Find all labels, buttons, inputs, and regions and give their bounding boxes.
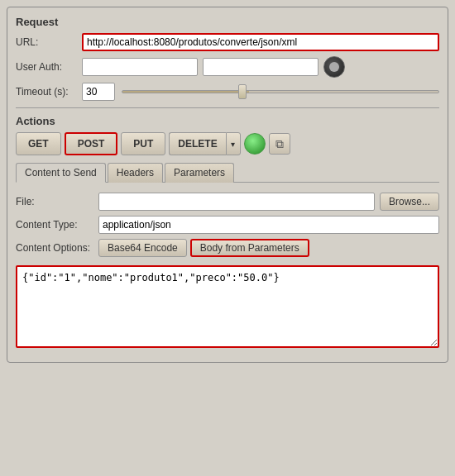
browse-button[interactable]: Browse...	[380, 193, 439, 211]
delete-dropdown-arrow[interactable]: ▾	[226, 132, 241, 155]
content-type-row: Content Type:	[16, 216, 439, 234]
main-panel: Request URL: User Auth: Timeout (s):	[7, 7, 448, 363]
get-button[interactable]: GET	[16, 132, 61, 155]
put-button[interactable]: PUT	[121, 132, 165, 155]
content-options-label: Content Options:	[16, 242, 98, 254]
actions-section-title: Actions	[16, 115, 439, 127]
section-divider	[16, 107, 439, 108]
content-type-label: Content Type:	[16, 219, 98, 231]
timeout-input[interactable]	[82, 83, 115, 101]
actions-section: Actions GET POST PUT DELETE ▾ ⧉ Content …	[16, 115, 439, 354]
body-textarea[interactable]: {"id":"1","nome":"produto1","preco":"50.…	[16, 265, 439, 348]
action-buttons-row: GET POST PUT DELETE ▾ ⧉	[16, 132, 439, 155]
content-options-row: Content Options: Base64 Encode Body from…	[16, 239, 439, 257]
slider-thumb[interactable]	[238, 84, 247, 99]
url-row: URL:	[16, 33, 439, 51]
timeout-slider-container	[122, 90, 439, 93]
body-from-parameters-button[interactable]: Body from Parameters	[190, 239, 309, 257]
url-input[interactable]	[82, 33, 439, 51]
status-indicator	[244, 133, 266, 155]
timeout-row: Timeout (s):	[16, 83, 439, 101]
file-row: File: Browse...	[16, 193, 439, 211]
delete-button-group: DELETE ▾	[169, 132, 240, 155]
auth-icon-inner	[329, 62, 339, 72]
toggle-button[interactable]: ⧉	[269, 133, 290, 155]
user-auth-label: User Auth:	[16, 61, 82, 73]
file-label: File:	[16, 196, 98, 207]
url-label: URL:	[16, 36, 82, 48]
content-type-input[interactable]	[98, 216, 439, 234]
base64-encode-button[interactable]: Base64 Encode	[98, 239, 187, 257]
delete-button[interactable]: DELETE	[169, 132, 225, 155]
user-auth-row: User Auth:	[16, 56, 439, 78]
content-panel: File: Browse... Content Type: Content Op…	[16, 189, 439, 354]
user-auth-input-2[interactable]	[203, 58, 318, 76]
slider-track[interactable]	[122, 90, 439, 93]
auth-icon-button[interactable]	[323, 56, 345, 78]
user-auth-input-1[interactable]	[82, 58, 198, 76]
request-section-title: Request	[16, 16, 439, 28]
tabs-container: Content to Send Headers Parameters	[16, 162, 439, 183]
tab-content-to-send[interactable]: Content to Send	[16, 163, 106, 183]
timeout-label: Timeout (s):	[16, 86, 82, 98]
tab-parameters[interactable]: Parameters	[165, 163, 234, 183]
tab-headers[interactable]: Headers	[108, 163, 163, 183]
file-input[interactable]	[98, 193, 375, 211]
post-button[interactable]: POST	[65, 132, 118, 155]
